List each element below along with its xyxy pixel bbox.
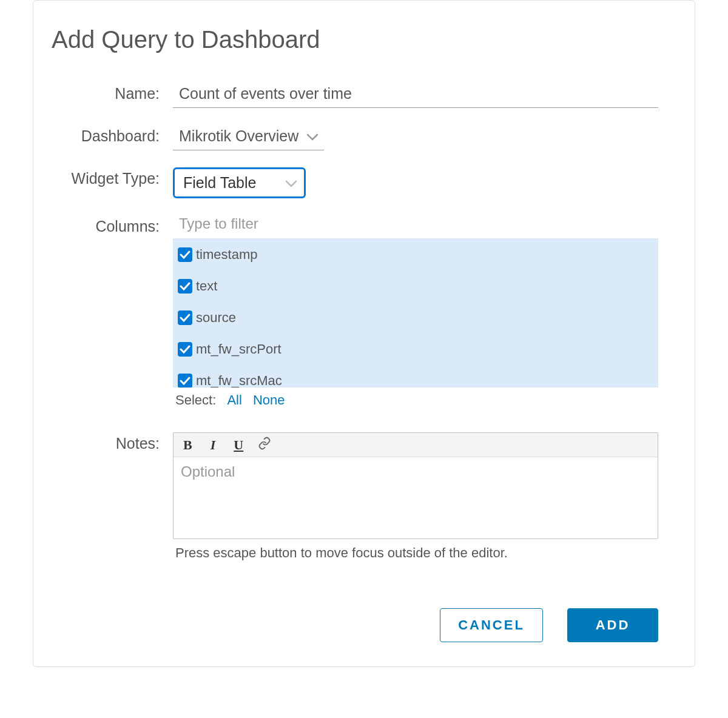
notes-textarea[interactable]: Optional <box>174 457 658 538</box>
notes-editor: B I U Optional <box>173 432 658 539</box>
row-widget-type: Widget Type: Field Table <box>52 167 658 198</box>
notes-hint: Press escape button to move focus outsid… <box>173 539 658 561</box>
column-item[interactable]: mt_fw_srcPort <box>178 339 655 371</box>
select-label: Select: <box>175 392 216 408</box>
checkbox-checked-icon[interactable] <box>178 374 192 388</box>
dialog-footer: CANCEL ADD <box>52 608 658 642</box>
select-row: Select: All None <box>173 388 658 408</box>
columns-list[interactable]: timestamp text source mt_fw_srcPort mt_f… <box>173 238 658 388</box>
notes-toolbar: B I U <box>174 433 658 457</box>
column-item[interactable]: text <box>178 276 655 307</box>
underline-button[interactable]: U <box>230 437 247 453</box>
column-label: mt_fw_srcMac <box>196 373 282 388</box>
widget-type-value: Field Table <box>183 174 256 192</box>
widget-type-select[interactable]: Field Table <box>173 167 306 198</box>
label-columns: Columns: <box>52 215 173 235</box>
dashboard-value: Mikrotik Overview <box>179 127 298 145</box>
label-dashboard: Dashboard: <box>52 125 173 145</box>
columns-filter-input[interactable] <box>173 215 658 238</box>
link-icon[interactable] <box>258 437 271 453</box>
dashboard-select[interactable]: Mikrotik Overview <box>173 125 324 150</box>
label-name: Name: <box>52 82 173 102</box>
checkbox-checked-icon[interactable] <box>178 310 192 325</box>
checkbox-checked-icon[interactable] <box>178 342 192 357</box>
label-widget-type: Widget Type: <box>52 167 173 187</box>
italic-button[interactable]: I <box>207 437 220 453</box>
row-columns: Columns: timestamp text source mt_ <box>52 215 658 408</box>
select-none-link[interactable]: None <box>253 392 285 408</box>
column-item[interactable]: timestamp <box>178 244 655 276</box>
chevron-down-icon <box>286 174 297 192</box>
row-dashboard: Dashboard: Mikrotik Overview <box>52 125 658 150</box>
checkbox-checked-icon[interactable] <box>178 247 192 262</box>
column-label: timestamp <box>196 247 257 263</box>
column-label: text <box>196 278 217 294</box>
column-label: mt_fw_srcPort <box>196 341 281 357</box>
chevron-down-icon <box>307 127 318 145</box>
add-query-dialog: Add Query to Dashboard Name: Dashboard: … <box>33 0 695 667</box>
column-label: source <box>196 310 236 326</box>
dialog-title: Add Query to Dashboard <box>52 26 658 53</box>
label-notes: Notes: <box>52 432 173 452</box>
cancel-button[interactable]: CANCEL <box>440 608 543 642</box>
add-button[interactable]: ADD <box>567 608 658 642</box>
row-notes: Notes: B I U Optional Press escape butto… <box>52 432 658 561</box>
bold-button[interactable]: B <box>180 437 196 453</box>
column-item[interactable]: source <box>178 307 655 339</box>
checkbox-checked-icon[interactable] <box>178 279 192 294</box>
select-all-link[interactable]: All <box>227 392 241 408</box>
row-name: Name: <box>52 82 658 108</box>
column-item[interactable]: mt_fw_srcMac <box>178 371 655 388</box>
name-input[interactable] <box>173 82 658 108</box>
